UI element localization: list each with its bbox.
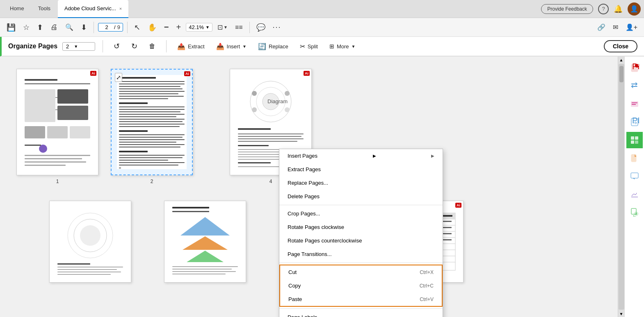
- sidebar-tool-sign[interactable]: [626, 186, 643, 202]
- menu-item-crop-pages[interactable]: Crop Pages...: [279, 207, 443, 220]
- email-button[interactable]: ✉: [610, 22, 621, 33]
- svg-rect-32: [119, 116, 176, 117]
- email-icon: ✉: [613, 23, 618, 31]
- redo-button[interactable]: ↻: [128, 40, 141, 52]
- comment-button[interactable]: 💬: [254, 21, 268, 34]
- svg-rect-61: [238, 134, 304, 134]
- svg-rect-4: [57, 89, 88, 104]
- sidebar-tool-translate[interactable]: ⇄: [626, 78, 643, 94]
- reading-mode-button[interactable]: ≡≡: [233, 22, 245, 33]
- sidebar-tool-file[interactable]: [626, 150, 643, 166]
- close-button[interactable]: Close: [604, 40, 637, 52]
- svg-rect-34: [119, 121, 183, 122]
- print-button[interactable]: 🖨: [48, 21, 60, 33]
- page1-svg: [21, 73, 94, 171]
- page-thumb-6[interactable]: [144, 201, 246, 283]
- page-thumb-2[interactable]: Ai ⤢: [111, 69, 193, 184]
- svg-rect-41: [119, 142, 176, 143]
- page-input[interactable]: [101, 24, 112, 30]
- sidebar-tool-highlight[interactable]: [626, 96, 643, 112]
- menu-item-rotate-ccw[interactable]: Rotate Pages counterclockwise: [279, 234, 443, 247]
- svg-rect-44: [119, 151, 148, 152]
- scroll-track[interactable]: [619, 64, 624, 310]
- tab-close-icon[interactable]: ×: [119, 6, 122, 11]
- menu-item-page-transitions[interactable]: Page Transitions...: [279, 247, 443, 261]
- user-share-button[interactable]: 👤+: [623, 22, 640, 33]
- menu-item-paste[interactable]: Paste Ctrl+V: [280, 292, 442, 306]
- help-button[interactable]: ?: [598, 4, 609, 14]
- scissors-icon: ✂: [300, 43, 305, 50]
- hand-button[interactable]: ✋: [145, 21, 159, 34]
- menu-item-delete-pages[interactable]: Delete Pages: [279, 190, 443, 203]
- page-input-wrap: / 9: [98, 23, 123, 32]
- svg-point-56: [252, 91, 257, 96]
- svg-rect-35: [119, 124, 185, 125]
- svg-rect-16: [25, 165, 66, 166]
- sidebar-tool-export2[interactable]: [626, 204, 643, 220]
- pdf-add-icon: PDF +: [630, 63, 639, 72]
- menu-item-copy[interactable]: Copy Ctrl+C: [280, 279, 442, 292]
- organize-page-select[interactable]: 2 ▼: [62, 42, 95, 51]
- menu-separator-1: [279, 205, 443, 205]
- svg-rect-81: [57, 274, 111, 275]
- fit-button[interactable]: ⊡ ▼: [215, 22, 230, 33]
- scroll-down-button[interactable]: ▼: [618, 310, 625, 317]
- split-button[interactable]: ✂ Split: [297, 41, 321, 52]
- menu-item-page-labels[interactable]: Page Labels...: [279, 310, 443, 317]
- more-button[interactable]: ···: [270, 21, 284, 33]
- svg-rect-142: [635, 140, 638, 144]
- sidebar-tool-pdf-edit[interactable]: PDF +: [626, 60, 643, 76]
- tab-active[interactable]: Adobe Cloud Servic... ×: [58, 0, 128, 18]
- bookmark-button[interactable]: ☆: [21, 21, 32, 34]
- grid-icon: ⊞: [329, 43, 334, 50]
- download-icon: ⬇: [81, 23, 87, 32]
- page2-svg: [115, 73, 189, 171]
- replace-button[interactable]: 🔄 Replace: [255, 41, 292, 52]
- bell-icon: 🔔: [614, 5, 623, 13]
- share-button[interactable]: 🔗: [595, 22, 608, 33]
- avatar[interactable]: 👤: [628, 2, 641, 16]
- undo-button[interactable]: ↺: [110, 40, 123, 52]
- menu-item-rotate-cw[interactable]: Rotate Pages clockwise: [279, 220, 443, 234]
- page-thumb-1[interactable]: Ai: [16, 69, 98, 184]
- delete-button[interactable]: 🗑: [146, 41, 159, 52]
- extract-button[interactable]: 📤 Extract: [174, 41, 208, 52]
- page-thumb-label-4: 4: [269, 179, 272, 184]
- svg-rect-22: [119, 88, 183, 89]
- sidebar-tool-export[interactable]: PDF: [626, 114, 643, 130]
- sidebar-tool-comment[interactable]: [626, 168, 643, 184]
- menu-page-transitions-label: Page Transitions...: [288, 251, 332, 257]
- tab-home[interactable]: Home: [3, 0, 31, 18]
- menu-item-cut[interactable]: Cut Ctrl+X: [280, 265, 442, 279]
- feedback-button[interactable]: Provide Feedback: [541, 4, 593, 14]
- insert-button[interactable]: 📥 Insert ▼: [213, 41, 250, 52]
- menu-crop-pages-label: Crop Pages...: [288, 211, 320, 217]
- cursor-button[interactable]: ↖: [132, 21, 143, 34]
- export2-icon: [630, 208, 639, 217]
- search-button[interactable]: 🔍: [63, 22, 76, 33]
- comment-icon: 💬: [256, 23, 265, 32]
- sidebar-tool-organize[interactable]: [626, 132, 643, 148]
- svg-rect-65: [238, 145, 269, 146]
- scrollbar[interactable]: ▲ ▼: [618, 57, 624, 317]
- upload-button[interactable]: ⬆: [34, 21, 46, 34]
- save-button[interactable]: 💾: [4, 21, 18, 34]
- zoom-out-button[interactable]: −: [162, 21, 171, 34]
- menu-item-extract-pages[interactable]: Extract Pages: [279, 163, 443, 176]
- menu-item-insert-pages[interactable]: Insert Pages ▶: [279, 149, 443, 163]
- scroll-up-button[interactable]: ▲: [618, 57, 625, 63]
- tab-tools[interactable]: Tools: [32, 0, 57, 18]
- page-separator: /: [114, 24, 116, 30]
- download-button[interactable]: ⬇: [78, 21, 89, 34]
- page-thumb-5[interactable]: [16, 201, 131, 283]
- scroll-thumb[interactable]: [619, 66, 623, 82]
- reading-icon: ≡≡: [235, 24, 243, 31]
- more-org-button[interactable]: ⊞ More ▼: [326, 41, 359, 51]
- svg-rect-77: [57, 263, 90, 265]
- highlight-icon: [630, 100, 639, 109]
- notification-button[interactable]: 🔔: [614, 5, 623, 14]
- zoom-select[interactable]: 42.1% ▼: [186, 23, 212, 32]
- menu-item-replace-pages[interactable]: Replace Pages...: [279, 176, 443, 190]
- zoom-in-button[interactable]: +: [174, 21, 184, 34]
- extract-icon: 📤: [177, 43, 185, 50]
